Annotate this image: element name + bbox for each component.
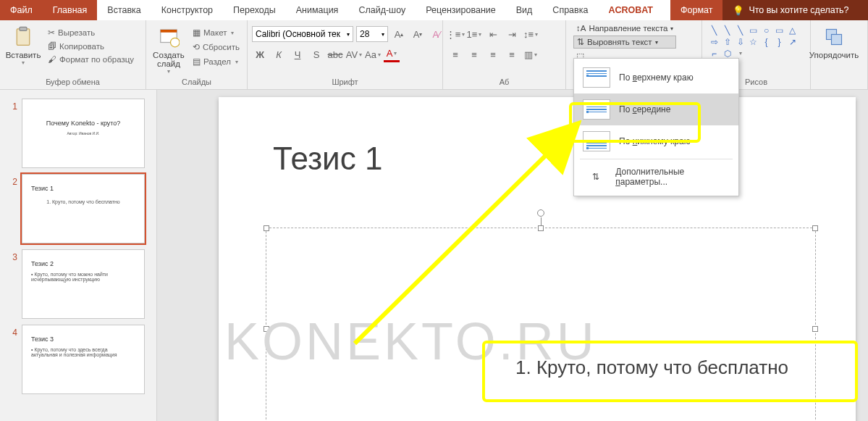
align-middle-icon xyxy=(583,99,610,120)
tab-view[interactable]: Вид xyxy=(506,0,543,20)
paste-button[interactable]: Вставить ▾ xyxy=(4,23,42,66)
align-right-button[interactable]: ≡ xyxy=(485,46,501,62)
shrink-font-button[interactable]: A▾ xyxy=(410,26,426,42)
align-middle-item[interactable]: По середине xyxy=(574,93,738,125)
tab-insert[interactable]: Вставка xyxy=(97,0,151,20)
thumbnail-pane[interactable]: 1 Почему Konekto - круто?Автор: Иванов И… xyxy=(0,90,157,421)
layout-button[interactable]: ▦Макет xyxy=(190,26,243,39)
more-options-item[interactable]: ⇅ Дополнительные параметры... xyxy=(574,161,738,193)
thumbnail-4[interactable]: 4 Тезис 3• Круто, потому что здесь всегд… xyxy=(0,322,156,397)
section-icon: ▤ xyxy=(193,57,201,67)
indent-inc-button[interactable]: ⇥ xyxy=(504,26,520,42)
arrange-button[interactable]: Упорядочить xyxy=(815,23,853,59)
tab-review[interactable]: Рецензирование xyxy=(416,0,506,20)
copy-icon: 🗐 xyxy=(48,42,56,51)
grow-font-button[interactable]: A▴ xyxy=(391,26,407,42)
rect-shape-icon[interactable]: ▭ xyxy=(747,25,759,36)
chevron-down-icon: ▾ xyxy=(382,31,384,38)
font-color-button[interactable]: A xyxy=(384,46,400,62)
svg-rect-1 xyxy=(20,27,27,30)
new-slide-icon xyxy=(156,25,181,49)
paste-icon xyxy=(11,25,35,49)
bullets-button[interactable]: ⋮≡ xyxy=(447,26,463,42)
chevron-down-icon: ▾ xyxy=(22,59,25,66)
connector-shape-icon[interactable]: ⌐ xyxy=(708,48,720,59)
line-spacing-button[interactable]: ↕≡ xyxy=(523,26,539,42)
line-shape-icon[interactable]: ╲ xyxy=(708,25,720,36)
hexagon-shape-icon[interactable]: ⬡ xyxy=(721,48,733,59)
resize-handle[interactable] xyxy=(264,225,269,231)
format-painter-button[interactable]: 🖌Формат по образцу xyxy=(45,54,137,65)
triangle-shape-icon[interactable]: △ xyxy=(786,25,799,36)
group-clipboard-label: Буфер обмена xyxy=(4,76,141,88)
tab-file[interactable]: Файл xyxy=(0,0,43,20)
chevron-down-icon: ▾ xyxy=(670,25,673,32)
text-direction-icon: ↕A xyxy=(576,24,586,33)
thumbnail-1[interactable]: 1 Почему Konekto - круто?Автор: Иванов И… xyxy=(0,96,156,171)
numbering-button[interactable]: 1≡ xyxy=(466,26,482,42)
rotate-handle[interactable] xyxy=(537,209,544,217)
line-shape-icon[interactable]: ╲ xyxy=(721,25,733,36)
underline-button[interactable]: Ч xyxy=(290,46,306,62)
columns-button[interactable]: ▥ xyxy=(523,46,539,62)
resize-handle[interactable] xyxy=(538,225,544,231)
slide-bullet-text[interactable]: 1. Круто, потому что бесплатно xyxy=(515,357,788,379)
clear-format-button[interactable]: A⁄ xyxy=(429,26,444,42)
svg-rect-3 xyxy=(161,30,177,33)
tell-me[interactable]: 💡 Что вы хотите сделать? xyxy=(722,0,868,20)
separator xyxy=(580,159,733,159)
slide-title[interactable]: Тезис 1 xyxy=(273,141,382,177)
align-center-button[interactable]: ≡ xyxy=(466,46,482,62)
brace-shape-icon[interactable]: { xyxy=(760,36,772,47)
arrow-shape-icon[interactable]: ⇧ xyxy=(721,36,733,47)
tell-me-label: Что вы хотите сделать? xyxy=(749,5,848,15)
group-slides-label: Слайды xyxy=(151,76,243,88)
svg-rect-6 xyxy=(832,35,842,45)
strike-button[interactable]: abc xyxy=(327,46,343,62)
resize-handle[interactable] xyxy=(812,326,818,332)
scissors-icon: ✂ xyxy=(48,28,55,38)
align-bottom-icon xyxy=(583,131,610,151)
line-shape-icon[interactable]: ╲ xyxy=(734,25,746,36)
chevron-down-icon[interactable]: ▾ xyxy=(734,48,746,59)
align-bottom-item[interactable]: По нижнему краю xyxy=(574,125,738,157)
tab-help[interactable]: Справка xyxy=(542,0,598,20)
tab-slideshow[interactable]: Слайд-шоу xyxy=(348,0,416,20)
arrow-shape-icon[interactable]: ⇩ xyxy=(734,36,746,47)
more-options-icon: ⇅ xyxy=(583,172,608,182)
tab-home[interactable]: Главная xyxy=(43,0,98,20)
cut-button[interactable]: ✂Вырезать xyxy=(45,26,137,39)
font-size-select[interactable]: 28▾ xyxy=(356,26,388,42)
new-slide-button[interactable]: Создать слайд ▾ xyxy=(151,23,187,75)
tab-acrobat[interactable]: ACROBAT xyxy=(598,0,663,20)
italic-button[interactable]: К xyxy=(271,46,287,62)
indent-dec-button[interactable]: ⇤ xyxy=(485,26,501,42)
tab-format[interactable]: Формат xyxy=(670,0,722,20)
arrow-shape-icon[interactable]: ↗ xyxy=(786,36,799,47)
tab-design[interactable]: Конструктор xyxy=(151,0,223,20)
tab-animation[interactable]: Анимация xyxy=(286,0,349,20)
thumbnail-3[interactable]: 3 Тезис 2• Круто, потому что можно найти… xyxy=(0,246,156,322)
section-button[interactable]: ▤Раздел xyxy=(190,55,243,68)
oval-shape-icon[interactable]: ○ xyxy=(760,25,772,36)
case-button[interactable]: Aa xyxy=(365,46,381,62)
reset-button[interactable]: ⟲Сбросить xyxy=(190,41,243,54)
align-text-button[interactable]: ⇅Выровнять текст▾ xyxy=(573,36,676,49)
tab-transitions[interactable]: Переходы xyxy=(223,0,286,20)
copy-button[interactable]: 🗐Копировать xyxy=(45,41,137,52)
brace-shape-icon[interactable]: } xyxy=(773,36,785,47)
spacing-button[interactable]: AV xyxy=(346,46,362,62)
justify-button[interactable]: ≡ xyxy=(504,46,520,62)
rect-shape-icon[interactable]: ▭ xyxy=(773,25,785,36)
thumbnail-2[interactable]: 2 Тезис 11. Круто, потому что бесплатно xyxy=(0,171,156,246)
font-select[interactable]: Calibri (Основной тек▾ xyxy=(252,26,353,42)
align-left-button[interactable]: ≡ xyxy=(447,46,463,62)
star-shape-icon[interactable]: ☆ xyxy=(747,36,759,47)
resize-handle[interactable] xyxy=(812,225,818,231)
shapes-gallery[interactable]: ╲ ╲ ╲ ▭ ○ ▭ △ ⇨ ⇧ ⇩ ☆ { } ↗ ⌐ ⬡ ▾ xyxy=(707,23,801,60)
text-direction-button[interactable]: ↕AНаправление текста▾ xyxy=(573,23,676,33)
align-top-item[interactable]: По верхнему краю xyxy=(574,62,738,93)
arrow-shape-icon[interactable]: ⇨ xyxy=(708,36,720,47)
bold-button[interactable]: Ж xyxy=(252,46,268,62)
shadow-button[interactable]: S xyxy=(308,46,324,62)
